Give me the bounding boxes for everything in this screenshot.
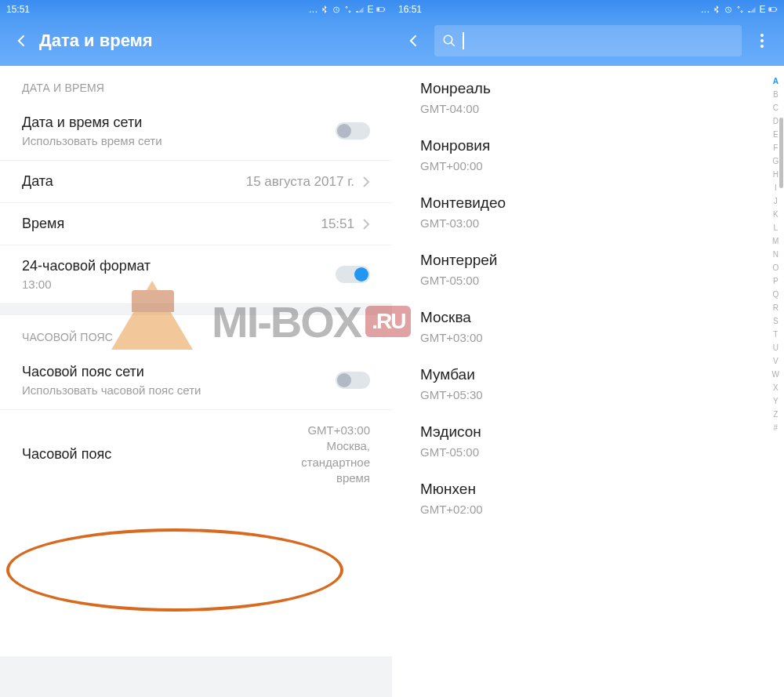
battery-icon <box>768 5 778 14</box>
alpha-letter[interactable]: O <box>772 263 779 272</box>
alpha-letter[interactable]: E <box>772 130 779 139</box>
row-sublabel: 13:00 <box>22 278 336 291</box>
row-label: Часовой пояс сети <box>22 364 336 380</box>
status-bar: 15:51 ... E <box>0 0 392 19</box>
gmt-label: GMT+05:30 <box>420 388 762 401</box>
row-timezone[interactable]: Часовой пояс GMT+03:00 Москва, стандартн… <box>0 410 392 499</box>
alpha-letter[interactable]: I <box>772 183 779 192</box>
city-label: Москва <box>420 309 762 326</box>
toggle-24h[interactable] <box>336 266 370 283</box>
alpha-letter[interactable]: D <box>772 117 779 125</box>
row-network-timezone[interactable]: Часовой пояс сети Использовать часовой п… <box>0 351 392 410</box>
chevron-left-icon <box>14 33 30 49</box>
search-icon <box>442 34 456 48</box>
alpha-letter[interactable]: J <box>772 197 779 205</box>
timezone-list[interactable]: МонреальGMT-04:00МонровияGMT+00:00Монтев… <box>392 66 784 527</box>
svg-rect-3 <box>377 8 379 10</box>
timezone-row[interactable]: МонтевидеоGMT-03:00 <box>392 183 784 241</box>
alpha-letter[interactable]: K <box>772 210 779 219</box>
row-label: Время <box>22 216 321 232</box>
overflow-menu[interactable] <box>748 27 776 55</box>
gmt-label: GMT-05:00 <box>420 274 762 287</box>
alpha-letter[interactable]: L <box>772 223 779 232</box>
alpha-letter[interactable]: B <box>772 90 779 99</box>
chevron-left-icon <box>406 33 422 49</box>
sync-icon <box>343 5 353 14</box>
row-sublabel: Использовать часовой пояс сети <box>22 383 336 397</box>
svg-rect-6 <box>776 9 777 11</box>
search-input[interactable] <box>434 25 742 56</box>
scrollbar[interactable] <box>779 118 783 188</box>
alpha-letter[interactable]: H <box>772 170 779 179</box>
alpha-letter[interactable]: N <box>772 250 779 259</box>
row-value: 15 августа 2017 г. <box>246 174 354 190</box>
status-icons: ... E <box>701 4 778 15</box>
alpha-letter[interactable]: C <box>772 103 779 112</box>
alpha-letter[interactable]: T <box>772 330 779 339</box>
alpha-letter[interactable]: U <box>772 343 779 352</box>
row-time[interactable]: Время 15:51 <box>0 203 392 245</box>
gmt-label: GMT+03:00 <box>420 331 762 344</box>
gmt-label: GMT+02:00 <box>420 503 762 516</box>
row-value: GMT+03:00 Москва, стандартное время <box>301 423 370 486</box>
status-bar: 16:51 ... E <box>392 0 784 19</box>
chevron-right-icon <box>362 176 370 187</box>
gmt-label: GMT-03:00 <box>420 216 762 230</box>
svg-point-8 <box>444 35 452 44</box>
svg-line-9 <box>451 42 455 46</box>
timezone-row[interactable]: МонровияGMT+00:00 <box>392 126 784 183</box>
alpha-letter[interactable]: R <box>772 303 779 312</box>
alpha-letter[interactable]: Z <box>772 410 779 419</box>
timezone-row[interactable]: МонтеррейGMT-05:00 <box>392 241 784 298</box>
alphabet-index[interactable]: ABCDEFGHIJKLMNOPQRSTUVWXYZ# <box>772 77 779 432</box>
alpha-letter[interactable]: M <box>772 237 779 245</box>
alarm-icon <box>332 5 341 14</box>
bluetooth-icon <box>320 5 329 14</box>
row-label: Дата <box>22 173 246 190</box>
toggle-network-time[interactable] <box>336 122 370 140</box>
status-time: 16:51 <box>398 4 422 15</box>
highlight-ellipse <box>6 528 343 612</box>
alpha-letter[interactable]: P <box>772 277 779 285</box>
svg-rect-7 <box>769 8 771 10</box>
timezone-row[interactable]: МонреальGMT-04:00 <box>392 69 784 126</box>
gmt-label: GMT-04:00 <box>420 102 762 115</box>
alpha-letter[interactable]: Y <box>772 397 779 405</box>
gmt-label: GMT+00:00 <box>420 159 762 172</box>
timezone-row[interactable]: МюнхенGMT+02:00 <box>392 470 784 527</box>
status-icons: ... E <box>309 4 386 15</box>
gmt-label: GMT-05:00 <box>420 445 762 459</box>
timezone-row[interactable]: МэдисонGMT-05:00 <box>392 412 784 470</box>
alpha-letter[interactable]: A <box>772 77 779 85</box>
section-header-timezone: ЧАСОВОЙ ПОЯС <box>0 315 392 351</box>
timezone-row[interactable]: МумбаиGMT+05:30 <box>392 355 784 412</box>
city-label: Монтеррей <box>420 252 762 269</box>
status-time: 15:51 <box>6 4 30 15</box>
header <box>392 19 784 66</box>
back-button[interactable] <box>400 27 428 55</box>
section-header-date: ДАТА И ВРЕМЯ <box>0 66 392 102</box>
row-network-date-time[interactable]: Дата и время сети Использовать время сет… <box>0 102 392 161</box>
row-label: Дата и время сети <box>22 114 336 131</box>
signal-icon <box>355 5 365 14</box>
bluetooth-icon <box>712 5 721 14</box>
back-button[interactable] <box>8 27 36 55</box>
row-date[interactable]: Дата 15 августа 2017 г. <box>0 161 392 203</box>
alpha-letter[interactable]: Q <box>772 290 779 299</box>
alpha-letter[interactable]: X <box>772 383 779 392</box>
row-24h-format[interactable]: 24-часовой формат 13:00 <box>0 245 392 304</box>
battery-icon <box>376 5 386 14</box>
bottom-filler <box>0 656 392 697</box>
alpha-letter[interactable]: W <box>772 370 779 379</box>
alpha-letter[interactable]: F <box>772 143 779 152</box>
alpha-letter[interactable]: # <box>772 423 779 432</box>
city-label: Мюнхен <box>420 481 762 498</box>
header-gradient: 16:51 ... E <box>392 0 784 66</box>
alpha-letter[interactable]: S <box>772 317 779 325</box>
alpha-letter[interactable]: V <box>772 357 779 365</box>
phone-right: 16:51 ... E МонреальGMT-04:00МонровияGMT… <box>392 0 784 697</box>
alpha-letter[interactable]: G <box>772 157 779 165</box>
toggle-network-timezone[interactable] <box>336 372 370 389</box>
row-value: 15:51 <box>321 216 354 232</box>
timezone-row[interactable]: МоскваGMT+03:00 <box>392 298 784 355</box>
